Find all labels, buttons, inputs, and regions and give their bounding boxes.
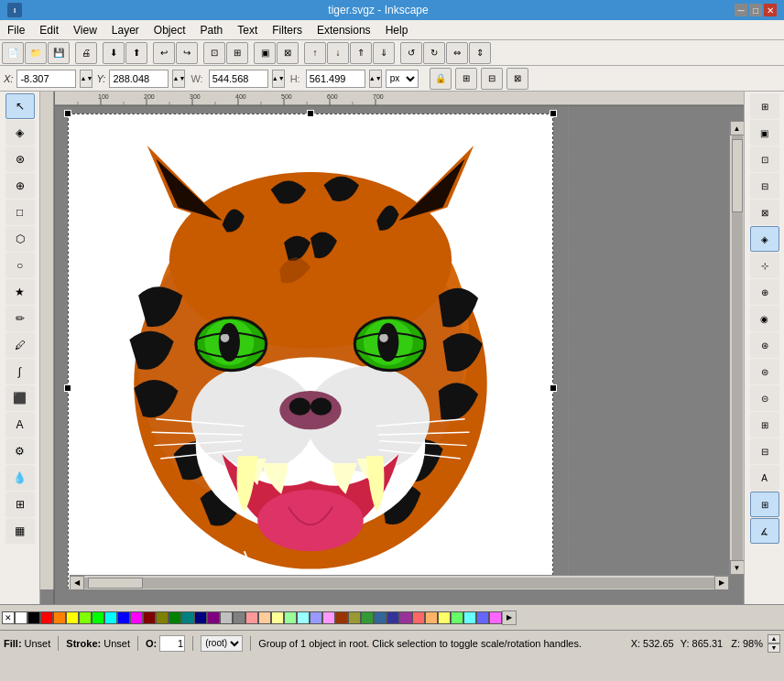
color-swatch-lime[interactable] [79,611,92,624]
color-swatch-indigo[interactable] [387,611,399,624]
color-swatch-peach[interactable] [258,611,271,624]
dropper-tool[interactable]: 💧 [5,465,35,491]
w-arrows[interactable]: ▲▼ [272,70,285,88]
menu-text[interactable]: Text [230,22,265,38]
hscroll-right[interactable]: ▶ [714,576,729,590]
snap-r4-btn[interactable]: ◉ [750,306,779,331]
menu-view[interactable]: View [66,22,104,38]
snap-r2-btn[interactable]: ⊹ [750,253,779,278]
pencil-tool[interactable]: ✏ [5,306,35,331]
tweak-tool[interactable]: ⊛ [5,146,35,172]
hscroll-track[interactable] [84,578,714,589]
color-swatch-lightmagenta[interactable] [322,611,335,624]
handle-tm[interactable] [307,110,314,117]
no-color-swatch[interactable]: ✕ [2,611,15,624]
handle-tr[interactable] [550,110,557,117]
canvas-container[interactable]: 100 200 300 400 500 600 700 [40,92,744,604]
zoom-tool[interactable]: ⊕ [5,173,35,199]
zoom-page-button[interactable]: ⊞ [226,42,248,64]
transform-button[interactable]: ⊞ [455,68,477,90]
flip-v-button[interactable]: ⇕ [469,42,491,64]
menu-filters[interactable]: Filters [265,22,310,38]
color-swatch-lightblue[interactable] [310,611,322,624]
menu-path[interactable]: Path [193,22,231,38]
ungroup-button[interactable]: ⊠ [277,42,299,64]
text-r-btn[interactable]: A [750,465,779,491]
menu-help[interactable]: Help [378,22,416,38]
print-button[interactable]: 🖨 [75,42,97,64]
open-button[interactable]: 📁 [25,42,47,64]
color-swatch-purple[interactable] [207,611,220,624]
hscroll-thumb[interactable] [88,578,143,589]
star-tool[interactable]: ★ [5,279,35,305]
zoom-fit-button[interactable]: ⊡ [203,42,225,64]
minimize-button[interactable]: ─ [735,4,747,16]
close-button[interactable]: ✕ [764,4,777,16]
vscroll[interactable]: ▲ ▼ [729,121,744,575]
pen-tool[interactable]: 🖊 [5,332,35,358]
color-swatch-steelblue[interactable] [374,611,387,624]
rect-tool[interactable]: □ [5,200,35,225]
node-tool[interactable]: ◈ [5,120,35,146]
selector-tool[interactable]: ↖ [5,93,35,119]
import-button[interactable]: ⬇ [103,42,125,64]
lower-button[interactable]: ↓ [327,42,349,64]
color-swatch-green[interactable] [92,611,104,624]
color-swatch-navy[interactable] [194,611,207,624]
vscroll-thumb[interactable] [732,139,743,212]
y-input[interactable] [109,70,169,88]
snap-button[interactable]: ⊠ [506,68,528,90]
color-swatch-palegreen[interactable] [451,611,463,624]
snap-r9-btn[interactable]: ⊟ [750,438,779,464]
h-arrows[interactable]: ▲▼ [369,70,382,88]
vscroll-track[interactable] [732,135,743,560]
color-swatch-pink[interactable] [245,611,258,624]
color-swatch-lightgreen[interactable] [284,611,297,624]
zoom-down-btn[interactable]: ▼ [768,643,780,653]
color-swatch-brown[interactable] [335,611,348,624]
snap-r1-btn[interactable]: ◈ [750,226,779,252]
bucket-tool[interactable]: ⬛ [5,385,35,411]
text-tool[interactable]: A [5,412,35,438]
rotate-cw-button[interactable]: ↻ [423,42,445,64]
color-swatch-teal[interactable] [181,611,194,624]
x-arrows[interactable]: ▲▼ [80,70,93,88]
color-swatch-blue[interactable] [117,611,130,624]
new-button[interactable]: 📄 [2,42,24,64]
maximize-button[interactable]: □ [749,4,762,16]
color-swatch-red[interactable] [40,611,53,624]
color-swatch-periwinkle[interactable] [476,611,489,624]
lower-bottom-button[interactable]: ⇓ [373,42,395,64]
hscroll-left[interactable]: ◀ [70,576,84,590]
color-swatch-orchid[interactable] [489,611,502,624]
color-swatch-cyan[interactable] [104,611,117,624]
snap-r3-btn[interactable]: ⊕ [750,279,779,305]
color-swatch-lightyellow[interactable] [271,611,284,624]
raise-button[interactable]: ↑ [304,42,326,64]
color-swatch-darkgreen[interactable] [169,611,181,624]
group-button[interactable]: ▣ [254,42,276,64]
circle-tool[interactable]: ○ [5,253,35,278]
menu-extensions[interactable]: Extensions [310,22,378,38]
palette-scroll-right[interactable]: ▶ [502,611,517,625]
color-swatch-orange[interactable] [53,611,66,624]
snap-node-btn[interactable]: ▣ [750,120,779,146]
raise-top-button[interactable]: ⇑ [350,42,372,64]
undo-button[interactable]: ↩ [153,42,175,64]
color-swatch-lightcyan[interactable] [297,611,310,624]
rotate-ccw-button[interactable]: ↺ [400,42,422,64]
unit-select[interactable]: px mm cm in [386,70,419,88]
color-swatch-olive[interactable] [156,611,169,624]
calligraphy-tool[interactable]: ∫ [5,359,35,384]
snap-r7-btn[interactable]: ⊝ [750,385,779,411]
color-swatch-silver[interactable] [220,611,233,624]
color-swatch-black[interactable] [27,611,40,624]
color-swatch-palecyan[interactable] [463,611,476,624]
spray-tool[interactable]: ⚙ [5,438,35,464]
color-swatch-paleyellow[interactable] [438,611,451,624]
color-swatch-salmon[interactable] [412,611,425,624]
grid-r-btn[interactable]: ⊞ [750,492,779,517]
layer-select[interactable]: (root) [201,635,243,652]
connector-tool[interactable]: ⊞ [5,492,35,517]
color-swatch-magenta[interactable] [130,611,143,624]
